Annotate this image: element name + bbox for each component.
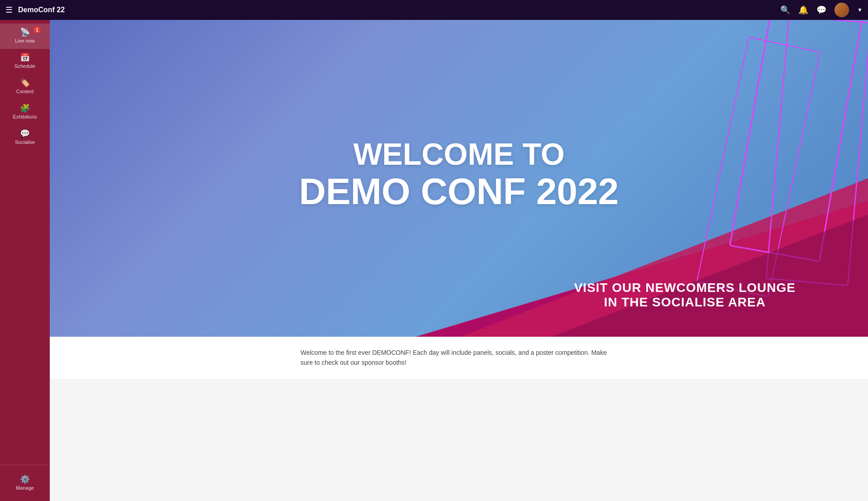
- sidebar-label-manage: Manage: [16, 485, 34, 491]
- chevron-down-icon[interactable]: ▼: [857, 7, 863, 13]
- sidebar-item-exhibitions[interactable]: 🧩 Exhibitions: [0, 100, 50, 125]
- live-now-icon: 📡: [20, 28, 30, 36]
- description-text: Welcome to the first ever DEMOCONF! Each…: [300, 348, 617, 368]
- schedule-icon: 📅: [20, 53, 30, 62]
- sidebar-item-live-now[interactable]: 📡 Live now 1: [0, 24, 50, 49]
- hero-lounge-text: VISIT OUR NEWCOMERS LOUNGE IN THE SOCIAL…: [574, 281, 796, 310]
- main-content: WELCOME TO DEMO CONF 2022 VISIT OUR NEWC…: [50, 20, 868, 501]
- content-icon: 🏷️: [20, 79, 30, 87]
- sidebar-label-schedule: Schedule: [14, 63, 35, 69]
- sidebar-item-content[interactable]: 🏷️ Content: [0, 74, 50, 100]
- app-title: DemoConf 22: [18, 6, 65, 14]
- hero-text: WELCOME TO DEMO CONF 2022: [299, 137, 619, 212]
- sidebar-label-content: Content: [16, 89, 34, 95]
- hero-confname-line: DEMO CONF 2022: [299, 171, 619, 212]
- exhibitions-icon: 🧩: [20, 104, 30, 112]
- search-icon[interactable]: 🔍: [780, 5, 790, 15]
- sidebar-item-manage[interactable]: ⚙️ Manage: [0, 471, 50, 496]
- topbar-left: ☰ DemoConf 22: [5, 5, 65, 15]
- sidebar-nav: 📡 Live now 1 📅 Schedule 🏷️ Content 🧩 Exh…: [0, 20, 50, 465]
- hero-banner: WELCOME TO DEMO CONF 2022 VISIT OUR NEWC…: [50, 20, 868, 337]
- sidebar-label-socialise: Socialise: [15, 139, 35, 145]
- topbar: ☰ DemoConf 22 🔍 🔔 💬 ▼: [0, 0, 868, 20]
- sidebar-item-schedule[interactable]: 📅 Schedule: [0, 49, 50, 74]
- description-section: Welcome to the first ever DEMOCONF! Each…: [50, 337, 868, 379]
- sidebar: 📡 Live now 1 📅 Schedule 🏷️ Content 🧩 Exh…: [0, 20, 50, 501]
- chat-icon[interactable]: 💬: [816, 5, 826, 15]
- manage-icon: ⚙️: [20, 475, 30, 483]
- hero-welcome-line: WELCOME TO: [299, 137, 619, 171]
- sidebar-label-exhibitions: Exhibitions: [13, 114, 37, 120]
- avatar-image: [835, 3, 849, 17]
- sidebar-bottom: ⚙️ Manage: [0, 465, 50, 501]
- notification-icon[interactable]: 🔔: [798, 5, 808, 15]
- avatar[interactable]: [835, 3, 849, 17]
- live-now-badge: 1: [33, 26, 41, 33]
- sidebar-item-socialise[interactable]: 💬 Socialise: [0, 125, 50, 150]
- topbar-right: 🔍 🔔 💬 ▼: [780, 3, 863, 17]
- menu-icon[interactable]: ☰: [5, 5, 13, 15]
- hero-lounge-line1: VISIT OUR NEWCOMERS LOUNGE: [574, 281, 796, 295]
- sidebar-label-live-now: Live now: [15, 38, 34, 44]
- socialise-icon: 💬: [20, 129, 30, 138]
- hero-lounge-line2: IN THE SOCIALISE AREA: [574, 295, 796, 310]
